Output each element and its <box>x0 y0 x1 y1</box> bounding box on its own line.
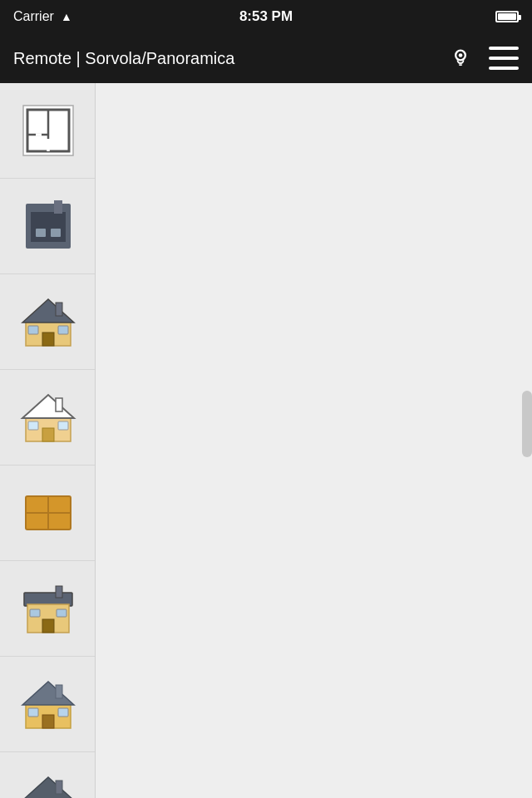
svg-rect-33 <box>42 619 54 633</box>
sidebar-item-house-front-dark[interactable] <box>0 274 96 370</box>
page-title: Remote | Sorvola/Panoramica <box>13 49 449 68</box>
floorplan-icon <box>19 101 77 160</box>
svg-rect-25 <box>28 421 38 430</box>
svg-marker-43 <box>22 777 74 798</box>
status-bar: Carrier ▲ 8:53 PM <box>0 0 532 33</box>
svg-rect-39 <box>42 715 54 728</box>
sidebar-item-house-flat[interactable] <box>0 561 96 657</box>
sidebar-item-house-grey[interactable] <box>0 752 96 798</box>
lightbulb-icon <box>449 47 472 70</box>
svg-rect-13 <box>36 229 46 237</box>
svg-rect-24 <box>42 428 54 441</box>
carrier-label: Carrier <box>13 9 54 24</box>
house-flat-icon <box>19 579 77 638</box>
svg-rect-26 <box>58 421 68 430</box>
svg-rect-34 <box>30 609 40 617</box>
svg-rect-18 <box>42 332 54 346</box>
svg-rect-31 <box>56 586 62 598</box>
svg-rect-44 <box>56 781 62 794</box>
main-layout <box>0 83 532 798</box>
scroll-handle[interactable] <box>522 391 532 457</box>
sidebar-item-house-top[interactable] <box>0 179 96 274</box>
hamburger-icon <box>489 47 519 70</box>
svg-marker-37 <box>22 682 74 705</box>
svg-marker-22 <box>22 395 74 418</box>
sidebar-item-window[interactable] <box>0 466 96 561</box>
header: Remote | Sorvola/Panoramica <box>0 33 532 83</box>
svg-rect-35 <box>57 609 66 617</box>
svg-rect-17 <box>56 303 62 316</box>
svg-rect-40 <box>28 708 38 717</box>
house-top-icon <box>19 197 77 255</box>
header-actions <box>449 47 519 70</box>
sidebar[interactable] <box>0 83 96 798</box>
svg-rect-38 <box>56 685 62 698</box>
sidebar-item-house-front-light[interactable] <box>0 370 96 466</box>
lightbulb-button[interactable] <box>449 47 472 70</box>
house-front-light-icon <box>19 388 77 446</box>
clock: 8:53 PM <box>239 8 293 25</box>
window-icon <box>19 484 77 542</box>
svg-rect-23 <box>56 398 62 411</box>
svg-rect-11 <box>31 212 66 242</box>
svg-marker-16 <box>22 299 74 323</box>
svg-rect-20 <box>58 326 68 334</box>
svg-rect-41 <box>58 708 68 717</box>
house-grey-icon <box>19 771 77 798</box>
house-front-dark-icon <box>19 293 77 351</box>
svg-rect-12 <box>54 200 62 214</box>
status-right <box>495 11 519 22</box>
sidebar-item-house-orange[interactable] <box>0 657 96 752</box>
sidebar-item-floorplan[interactable] <box>0 83 96 179</box>
wifi-icon: ▲ <box>61 10 72 23</box>
svg-rect-14 <box>51 229 61 237</box>
battery-icon <box>495 11 519 22</box>
svg-point-3 <box>459 53 463 57</box>
main-content <box>96 83 532 798</box>
svg-rect-19 <box>28 326 38 334</box>
house-orange-icon <box>19 675 77 733</box>
menu-button[interactable] <box>489 47 519 70</box>
status-left: Carrier ▲ <box>13 9 72 24</box>
